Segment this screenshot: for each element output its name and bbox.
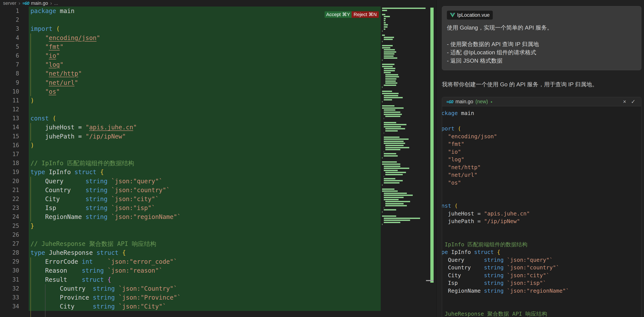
minimap-bar [384, 55, 394, 57]
code-token [115, 294, 118, 301]
line-content: "log" [29, 60, 381, 69]
code-line[interactable]: 28type JuheResponse struct { [0, 248, 381, 257]
code-line[interactable]: 30 Reason string `json:"reason"` [0, 266, 381, 275]
code-token: string [86, 187, 108, 194]
minimap-bar [382, 157, 382, 158]
code-line[interactable]: 11) [0, 96, 381, 105]
code-token [442, 149, 448, 155]
code-token: City [442, 272, 484, 279]
code-line[interactable]: 9 "net/url" [0, 78, 381, 87]
code-line[interactable]: 14 juheHost = "apis.juhe.cn" [0, 123, 381, 132]
accept-button[interactable]: Accept ⌘Y [324, 11, 352, 18]
code-token: struct [96, 249, 118, 256]
code-token: fmt [451, 141, 461, 147]
code-token: main [56, 7, 74, 14]
chat-code-body[interactable]: package main import ( "encoding/json" "f… [442, 106, 641, 317]
code-line[interactable]: 21 Country string `json:"country"` [0, 186, 381, 195]
code-token: main [458, 110, 474, 116]
minimap-bar [382, 93, 398, 94]
minimap-bar [384, 85, 396, 86]
code-line[interactable]: 7 "log" [0, 60, 381, 69]
code-line[interactable]: 25} [0, 222, 381, 231]
code-line[interactable]: 2 [0, 15, 381, 24]
line-number: 17 [0, 150, 29, 159]
code-line[interactable]: 4 "encoding/json" [0, 33, 381, 42]
minimap-bar [382, 211, 382, 213]
minimap-bar [384, 26, 388, 28]
line-number: 29 [0, 257, 29, 266]
line-number: 15 [0, 132, 29, 141]
breadcrumb-symbol-more[interactable]: ... [54, 0, 58, 6]
minimap[interactable] [381, 0, 426, 317]
line-content: Result struct { [29, 275, 381, 284]
code-token: Query [30, 178, 86, 185]
code-token: // JuheResponse 聚合数据 API 响应结构 [30, 240, 156, 247]
code-token: string [93, 294, 115, 301]
code-token: // JuheResponse 聚合数据 API 响应结构 [442, 311, 547, 317]
breadcrumb-file[interactable]: main.go [31, 0, 48, 6]
code-line[interactable]: 31 Result struct { [0, 275, 381, 284]
minimap-bar [384, 57, 398, 59]
code-line[interactable]: 18// IpInfo 匹配前端组件的数据结构 [0, 159, 381, 168]
chat-code-line: ) [442, 187, 641, 194]
code-line[interactable]: 32 Country string `json:"Country"` [0, 284, 381, 293]
code-token: `json:"Country"` [118, 285, 177, 292]
minimap-bar [384, 180, 403, 181]
code-token: net/http [49, 70, 78, 77]
chat-code-line: type IpInfo struct { [442, 248, 641, 256]
chat-code-line: "net/url" [442, 171, 641, 179]
code-line[interactable]: 13const ( [0, 114, 381, 123]
code-line[interactable]: 5 "fmt" [0, 42, 381, 51]
line-content: "encoding/json" [29, 33, 381, 42]
code-line[interactable]: 20 Query string `json:"query"` [0, 177, 381, 186]
code-line[interactable]: 1package main [0, 6, 381, 15]
code-line[interactable]: 29 ErrorCode int `json:"error_code"` [0, 257, 381, 266]
minimap-bar [382, 216, 396, 217]
code-token [108, 213, 111, 221]
breadcrumb-folder[interactable]: server [3, 0, 16, 6]
code-token: encoding/json [49, 34, 96, 41]
code-line[interactable]: 26 [0, 231, 381, 239]
code-line[interactable]: 33 Province string `json:"Province"` [0, 293, 381, 302]
code-token: " [458, 180, 461, 186]
code-line[interactable]: 23 Isp string `json:"isp"` [0, 204, 381, 212]
chat-code-line [442, 117, 641, 125]
indent-guide-line [45, 284, 46, 317]
code-line[interactable]: 12 [0, 105, 381, 114]
code-token [30, 61, 45, 68]
check-icon[interactable]: ✓ [630, 98, 637, 105]
code-line[interactable]: 17 [0, 150, 381, 159]
code-line[interactable]: 3import ( [0, 24, 381, 33]
chat-code-line: City string `json:"city"` [442, 272, 641, 279]
code-line[interactable]: 19type IpInfo struct { [0, 168, 381, 177]
code-line[interactable]: 27// JuheResponse 聚合数据 API 响应结构 [0, 239, 381, 248]
minimap-bar [384, 37, 394, 38]
close-icon[interactable]: × [622, 98, 628, 105]
code-line[interactable]: 24 RegionName string `json:"regionName"` [0, 212, 381, 221]
code-line[interactable]: 8 "net/http" [0, 69, 381, 78]
code-token: " [45, 61, 49, 68]
line-number: 22 [0, 195, 29, 204]
breadcrumb[interactable]: server › =GO main.go › ... [0, 0, 436, 6]
chevron-right-icon: › [50, 1, 52, 6]
minimap-bar [384, 218, 420, 219]
minimap-bar [384, 193, 407, 194]
code-line[interactable]: 10 "os" [0, 87, 381, 96]
code-token [108, 178, 111, 185]
minimap-bar [384, 222, 400, 223]
reject-button[interactable]: Reject ⌘N [352, 11, 379, 18]
indent-guide-line [30, 123, 31, 141]
code-line[interactable]: 6 "io" [0, 51, 381, 60]
code-area[interactable]: 1package main23import (4 "encoding/json"… [0, 6, 381, 317]
code-line[interactable]: 34 City string `json:"City"` [0, 302, 381, 311]
code-line[interactable]: 16) [0, 141, 381, 150]
code-token: " [461, 141, 464, 147]
minimap-bar [384, 39, 393, 40]
code-token: " [494, 133, 497, 140]
file-chip[interactable]: IpLocation.vue [447, 11, 493, 19]
minimap-bar [382, 86, 382, 88]
code-line[interactable]: 15 juhePath = "/ip/ipNew" [0, 132, 381, 141]
code-token: `json:"query"` [507, 257, 553, 263]
code-line[interactable]: 22 City string `json:"city"` [0, 195, 381, 204]
overview-ruler[interactable] [426, 0, 436, 317]
